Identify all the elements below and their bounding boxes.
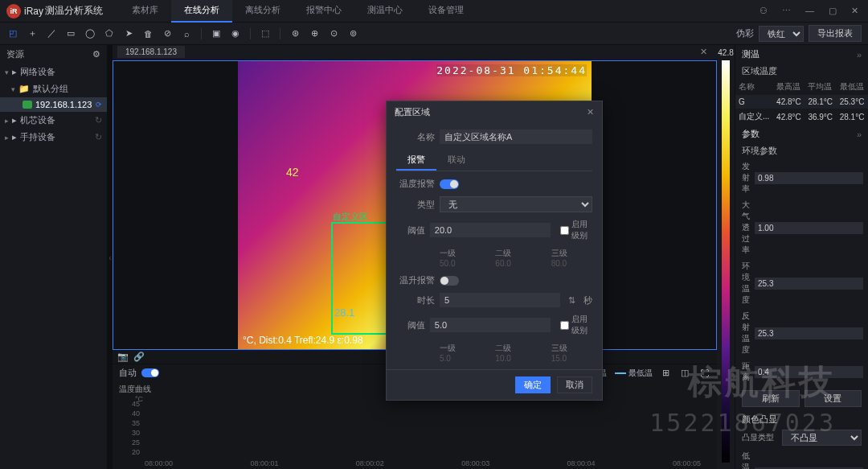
region-label: 自定义区 [333,211,368,223]
gear-icon[interactable]: ⚙ [92,49,100,60]
record-icon[interactable]: ◉ [229,27,242,40]
refresh-button[interactable]: 刷新 [742,390,800,407]
window-controls: ⚇ ⋯ — ▢ ✕ [756,4,862,18]
distance-input[interactable] [755,366,863,378]
refl-temp-input[interactable] [755,327,863,339]
temp-chart[interactable]: °C 454035302520 08:00:0008:00:0108:00:02… [113,397,717,469]
line-tool-icon[interactable]: ／ [45,27,58,40]
auto-toggle[interactable] [141,368,159,377]
delete-tool-icon[interactable]: 🗑 [141,27,154,40]
target3-icon[interactable]: ⊙ [327,27,340,40]
tree-item-group[interactable]: ▾📁默认分组 [0,80,107,97]
app-logo: iR [6,4,21,19]
fakecolor-label: 伪彩 [736,27,754,39]
tab-device-mgmt[interactable]: 设备管理 [416,0,477,23]
nav-tabs: 素材库 在线分析 离线分析 报警中心 测温中心 设备管理 [119,0,477,23]
atm-input[interactable] [755,222,863,234]
app-name: 测温分析系统 [45,4,103,18]
arrow-tool-icon[interactable]: ➤ [122,27,135,40]
viewer-tab[interactable]: 192.168.1.123 [117,46,185,58]
snapshot-icon[interactable]: ▣ [210,27,223,40]
target4-icon[interactable]: ⊚ [346,27,359,40]
tree-item-device[interactable]: 192.168.1.123⟳ [0,97,107,112]
params-title: 参数 [742,128,760,140]
threshold2-input[interactable] [430,318,551,332]
max-temp-marker: 42 [286,166,299,179]
viewer-info: °C, Dist:0.4 Trefl:24.9 ε:0.98 [243,335,363,346]
spot-tool-icon[interactable]: ＋ [26,27,39,40]
expand-icon[interactable]: ⛶ [698,367,710,380]
separator [201,28,202,39]
target1-icon[interactable]: ⊛ [289,27,301,40]
user-icon[interactable]: ⚇ [756,4,771,18]
device-tree: ▾▸网络设备 ▾📁默认分组 192.168.1.123⟳ ▸▸机芯设备↻ ▸▸手… [0,64,107,469]
target2-icon[interactable]: ⊕ [308,27,321,40]
color-scale[interactable] [722,60,730,463]
zoom-tool-icon[interactable]: ⌕ [180,27,193,40]
resources-title: 资源 [6,48,24,60]
modal-tab-alarm[interactable]: 报警 [396,150,436,171]
env-params-hd: 环境参数 [735,143,868,158]
x-axis: 08:00:0008:00:0108:00:0208:00:0308:00:04… [145,459,701,467]
region-name-input[interactable] [440,130,592,144]
polygon-tool-icon[interactable]: ⬠ [103,27,116,40]
palette-select[interactable]: 铁红 [759,26,804,42]
rise-alarm-toggle[interactable] [440,276,459,286]
pointer-tool-icon[interactable]: ◰ [6,27,19,40]
emissivity-input[interactable] [755,172,863,184]
tab-online-analysis[interactable]: 在线分析 [171,0,232,23]
link-icon[interactable]: 🔗 [133,352,145,362]
maximize-icon[interactable]: ▢ [825,4,840,18]
tree-item-core[interactable]: ▸▸机芯设备↻ [0,112,107,129]
minimize-icon[interactable]: — [802,4,817,18]
y-axis: 454035302520 [132,400,140,456]
table-row[interactable]: 自定义...42.8°C36.9°C28.1°C [735,109,868,125]
region-temp-hd: 区域温度 [735,64,868,79]
table-row[interactable]: G42.8°C28.1°C25.3°C [735,95,868,109]
configure-region-modal: 配置区域✕ 名称 报警 联动 温度报警 类型无 阈值启用级别 一级 二级 三级 … [386,101,603,401]
modal-close-icon[interactable]: ✕ [587,107,594,117]
rect-tool-icon[interactable]: ▭ [64,27,77,40]
enable-level-checkbox[interactable] [560,226,569,235]
camera-icon[interactable]: 📷 [117,352,129,362]
threshold-input[interactable] [430,223,551,237]
export-report-button[interactable]: 导出报表 [809,25,862,42]
highlight-type-select[interactable]: 不凸显 [782,430,862,446]
duration-input[interactable] [440,293,560,307]
alarm-type-select[interactable]: 无 [440,196,592,212]
more-icon[interactable]: ⋯ [779,4,794,18]
level-row: 一级 二级 三级 [440,248,592,268]
enable-level2-checkbox[interactable] [560,321,569,330]
clear-tool-icon[interactable]: ⊘ [161,27,174,40]
temp-alarm-toggle[interactable] [440,179,459,189]
settings-button[interactable]: 设置 [805,390,862,407]
viewer-tabstrip: 192.168.1.123 ✕ [113,45,717,60]
tab-materials[interactable]: 素材库 [119,0,171,23]
close-viewer-icon[interactable]: ✕ [695,47,712,57]
tree-item-handheld[interactable]: ▸▸手持设备↻ [0,129,107,146]
grid-icon[interactable]: ⊞ [659,367,672,380]
circle-tool-icon[interactable]: ◯ [84,27,96,40]
tab-alarm-center[interactable]: 报警中心 [293,0,354,23]
tab-thermo-center[interactable]: 测温中心 [354,0,416,23]
scale-max: 42.8 [718,48,733,57]
cancel-button[interactable]: 取消 [557,376,592,393]
modal-tab-linkage[interactable]: 联动 [436,150,477,171]
snap-icon[interactable]: ◫ [678,367,691,380]
thermo-title: 测温 [742,48,760,60]
region-table: 名称最高温平均温最低温 G42.8°C28.1°C25.3°C 自定义...42… [735,79,868,125]
tab-offline-analysis[interactable]: 离线分析 [232,0,293,23]
titlebar: iR iRay 测温分析系统 素材库 在线分析 离线分析 报警中心 测温中心 设… [0,0,868,23]
frame-timestamp: 2022-08-31 01:54:44 [436,64,587,76]
separator [280,28,280,39]
loading-icon: ⟳ [96,101,102,109]
close-icon[interactable]: ✕ [848,4,862,18]
tree-item-network[interactable]: ▾▸网络设备 [0,64,107,80]
modal-title: 配置区域 [395,106,430,118]
env-temp-input[interactable] [755,278,863,290]
ok-button[interactable]: 确定 [515,376,551,393]
collapse-icon[interactable]: » [857,50,862,60]
color-highlight-hd: 颜色凸显 [735,412,868,427]
cube-icon[interactable]: ⬚ [259,27,272,40]
device-online-icon [23,101,32,109]
